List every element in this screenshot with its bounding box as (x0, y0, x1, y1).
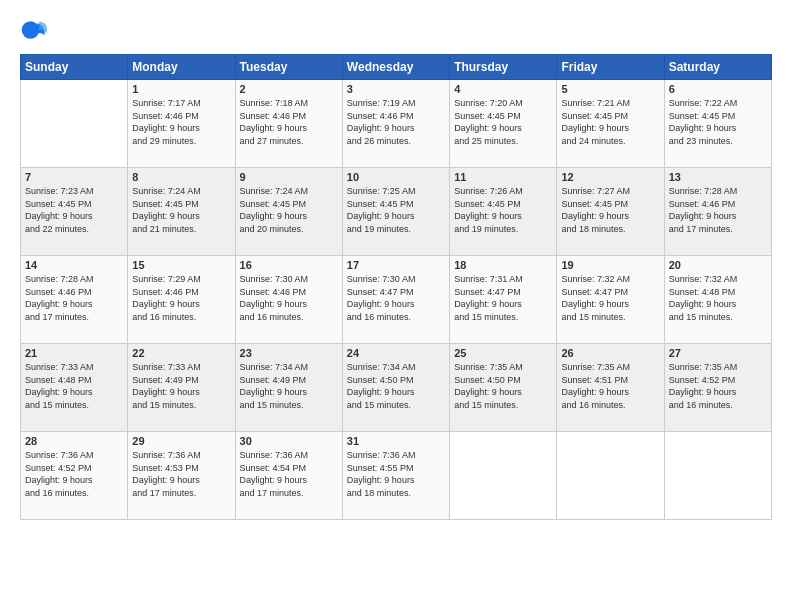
day-cell: 19Sunrise: 7:32 AM Sunset: 4:47 PM Dayli… (557, 256, 664, 344)
day-cell: 29Sunrise: 7:36 AM Sunset: 4:53 PM Dayli… (128, 432, 235, 520)
day-cell: 31Sunrise: 7:36 AM Sunset: 4:55 PM Dayli… (342, 432, 449, 520)
day-info: Sunrise: 7:34 AM Sunset: 4:49 PM Dayligh… (240, 361, 338, 411)
col-header-wednesday: Wednesday (342, 55, 449, 80)
day-info: Sunrise: 7:22 AM Sunset: 4:45 PM Dayligh… (669, 97, 767, 147)
day-cell: 12Sunrise: 7:27 AM Sunset: 4:45 PM Dayli… (557, 168, 664, 256)
day-cell: 5Sunrise: 7:21 AM Sunset: 4:45 PM Daylig… (557, 80, 664, 168)
day-info: Sunrise: 7:31 AM Sunset: 4:47 PM Dayligh… (454, 273, 552, 323)
day-info: Sunrise: 7:36 AM Sunset: 4:52 PM Dayligh… (25, 449, 123, 499)
day-info: Sunrise: 7:33 AM Sunset: 4:48 PM Dayligh… (25, 361, 123, 411)
calendar-table: SundayMondayTuesdayWednesdayThursdayFrid… (20, 54, 772, 520)
day-info: Sunrise: 7:36 AM Sunset: 4:55 PM Dayligh… (347, 449, 445, 499)
day-number: 12 (561, 171, 659, 183)
day-info: Sunrise: 7:28 AM Sunset: 4:46 PM Dayligh… (25, 273, 123, 323)
day-number: 16 (240, 259, 338, 271)
day-info: Sunrise: 7:26 AM Sunset: 4:45 PM Dayligh… (454, 185, 552, 235)
day-number: 22 (132, 347, 230, 359)
day-info: Sunrise: 7:35 AM Sunset: 4:51 PM Dayligh… (561, 361, 659, 411)
day-number: 4 (454, 83, 552, 95)
day-number: 3 (347, 83, 445, 95)
day-cell: 3Sunrise: 7:19 AM Sunset: 4:46 PM Daylig… (342, 80, 449, 168)
day-cell: 21Sunrise: 7:33 AM Sunset: 4:48 PM Dayli… (21, 344, 128, 432)
day-cell: 9Sunrise: 7:24 AM Sunset: 4:45 PM Daylig… (235, 168, 342, 256)
day-info: Sunrise: 7:32 AM Sunset: 4:48 PM Dayligh… (669, 273, 767, 323)
day-cell: 20Sunrise: 7:32 AM Sunset: 4:48 PM Dayli… (664, 256, 771, 344)
day-info: Sunrise: 7:35 AM Sunset: 4:52 PM Dayligh… (669, 361, 767, 411)
day-cell: 17Sunrise: 7:30 AM Sunset: 4:47 PM Dayli… (342, 256, 449, 344)
day-cell: 10Sunrise: 7:25 AM Sunset: 4:45 PM Dayli… (342, 168, 449, 256)
day-cell: 7Sunrise: 7:23 AM Sunset: 4:45 PM Daylig… (21, 168, 128, 256)
day-info: Sunrise: 7:25 AM Sunset: 4:45 PM Dayligh… (347, 185, 445, 235)
day-info: Sunrise: 7:29 AM Sunset: 4:46 PM Dayligh… (132, 273, 230, 323)
day-number: 5 (561, 83, 659, 95)
day-info: Sunrise: 7:23 AM Sunset: 4:45 PM Dayligh… (25, 185, 123, 235)
day-number: 1 (132, 83, 230, 95)
day-number: 19 (561, 259, 659, 271)
day-number: 26 (561, 347, 659, 359)
day-info: Sunrise: 7:18 AM Sunset: 4:46 PM Dayligh… (240, 97, 338, 147)
day-number: 28 (25, 435, 123, 447)
header-row: SundayMondayTuesdayWednesdayThursdayFrid… (21, 55, 772, 80)
day-cell: 15Sunrise: 7:29 AM Sunset: 4:46 PM Dayli… (128, 256, 235, 344)
day-cell (664, 432, 771, 520)
day-info: Sunrise: 7:24 AM Sunset: 4:45 PM Dayligh… (132, 185, 230, 235)
day-number: 30 (240, 435, 338, 447)
day-cell: 25Sunrise: 7:35 AM Sunset: 4:50 PM Dayli… (450, 344, 557, 432)
day-info: Sunrise: 7:32 AM Sunset: 4:47 PM Dayligh… (561, 273, 659, 323)
day-info: Sunrise: 7:20 AM Sunset: 4:45 PM Dayligh… (454, 97, 552, 147)
day-cell: 24Sunrise: 7:34 AM Sunset: 4:50 PM Dayli… (342, 344, 449, 432)
week-row-3: 14Sunrise: 7:28 AM Sunset: 4:46 PM Dayli… (21, 256, 772, 344)
col-header-monday: Monday (128, 55, 235, 80)
day-cell: 23Sunrise: 7:34 AM Sunset: 4:49 PM Dayli… (235, 344, 342, 432)
day-number: 31 (347, 435, 445, 447)
day-cell: 26Sunrise: 7:35 AM Sunset: 4:51 PM Dayli… (557, 344, 664, 432)
day-info: Sunrise: 7:34 AM Sunset: 4:50 PM Dayligh… (347, 361, 445, 411)
day-info: Sunrise: 7:30 AM Sunset: 4:46 PM Dayligh… (240, 273, 338, 323)
page: SundayMondayTuesdayWednesdayThursdayFrid… (0, 0, 792, 612)
header (20, 16, 772, 44)
day-number: 10 (347, 171, 445, 183)
day-number: 14 (25, 259, 123, 271)
day-cell (557, 432, 664, 520)
day-number: 29 (132, 435, 230, 447)
col-header-saturday: Saturday (664, 55, 771, 80)
day-number: 21 (25, 347, 123, 359)
week-row-2: 7Sunrise: 7:23 AM Sunset: 4:45 PM Daylig… (21, 168, 772, 256)
week-row-5: 28Sunrise: 7:36 AM Sunset: 4:52 PM Dayli… (21, 432, 772, 520)
day-info: Sunrise: 7:27 AM Sunset: 4:45 PM Dayligh… (561, 185, 659, 235)
day-cell: 6Sunrise: 7:22 AM Sunset: 4:45 PM Daylig… (664, 80, 771, 168)
day-cell: 4Sunrise: 7:20 AM Sunset: 4:45 PM Daylig… (450, 80, 557, 168)
day-info: Sunrise: 7:24 AM Sunset: 4:45 PM Dayligh… (240, 185, 338, 235)
day-number: 23 (240, 347, 338, 359)
day-cell: 30Sunrise: 7:36 AM Sunset: 4:54 PM Dayli… (235, 432, 342, 520)
col-header-friday: Friday (557, 55, 664, 80)
col-header-sunday: Sunday (21, 55, 128, 80)
day-info: Sunrise: 7:28 AM Sunset: 4:46 PM Dayligh… (669, 185, 767, 235)
day-cell: 16Sunrise: 7:30 AM Sunset: 4:46 PM Dayli… (235, 256, 342, 344)
day-number: 17 (347, 259, 445, 271)
day-info: Sunrise: 7:21 AM Sunset: 4:45 PM Dayligh… (561, 97, 659, 147)
day-cell: 2Sunrise: 7:18 AM Sunset: 4:46 PM Daylig… (235, 80, 342, 168)
day-info: Sunrise: 7:35 AM Sunset: 4:50 PM Dayligh… (454, 361, 552, 411)
week-row-1: 1Sunrise: 7:17 AM Sunset: 4:46 PM Daylig… (21, 80, 772, 168)
day-cell (450, 432, 557, 520)
day-cell: 22Sunrise: 7:33 AM Sunset: 4:49 PM Dayli… (128, 344, 235, 432)
day-number: 8 (132, 171, 230, 183)
day-number: 27 (669, 347, 767, 359)
day-cell: 14Sunrise: 7:28 AM Sunset: 4:46 PM Dayli… (21, 256, 128, 344)
day-number: 15 (132, 259, 230, 271)
logo-icon (20, 16, 48, 44)
day-number: 7 (25, 171, 123, 183)
day-info: Sunrise: 7:36 AM Sunset: 4:54 PM Dayligh… (240, 449, 338, 499)
col-header-tuesday: Tuesday (235, 55, 342, 80)
logo (20, 16, 52, 44)
day-number: 13 (669, 171, 767, 183)
day-cell (21, 80, 128, 168)
day-number: 9 (240, 171, 338, 183)
day-info: Sunrise: 7:36 AM Sunset: 4:53 PM Dayligh… (132, 449, 230, 499)
day-cell: 13Sunrise: 7:28 AM Sunset: 4:46 PM Dayli… (664, 168, 771, 256)
day-cell: 1Sunrise: 7:17 AM Sunset: 4:46 PM Daylig… (128, 80, 235, 168)
day-number: 18 (454, 259, 552, 271)
day-number: 11 (454, 171, 552, 183)
day-info: Sunrise: 7:17 AM Sunset: 4:46 PM Dayligh… (132, 97, 230, 147)
